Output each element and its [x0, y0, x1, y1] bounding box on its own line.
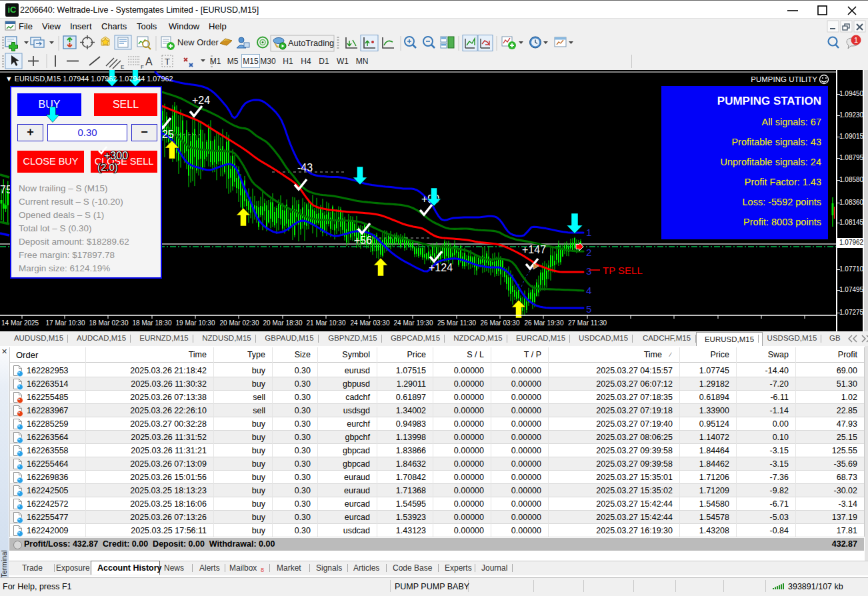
svg-text:21 Mar 10:30: 21 Mar 10:30 — [307, 319, 346, 327]
svg-text:TP SELL: TP SELL — [603, 265, 643, 276]
svg-text:20 Mar 18:30: 20 Mar 18:30 — [263, 319, 303, 327]
svg-text:2: 2 — [586, 247, 591, 258]
svg-text:1: 1 — [854, 36, 858, 44]
svg-text:18 Mar 02:30: 18 Mar 02:30 — [89, 319, 129, 327]
svg-text:5: 5 — [586, 303, 591, 315]
svg-text:19 Mar 10:30: 19 Mar 10:30 — [176, 319, 215, 327]
svg-text:-43: -43 — [297, 162, 313, 173]
svg-text:26 Mar 03:30: 26 Mar 03:30 — [481, 319, 520, 327]
svg-text:1: 1 — [586, 227, 591, 238]
svg-text:+124: +124 — [429, 262, 453, 273]
svg-text:(2.0): (2.0) — [97, 161, 118, 173]
svg-text:4: 4 — [586, 285, 591, 296]
svg-text:+147: +147 — [522, 244, 546, 255]
svg-text:+24: +24 — [192, 95, 210, 106]
svg-text:25 Mar 11:30: 25 Mar 11:30 — [437, 319, 477, 327]
svg-text:20 Mar 02:30: 20 Mar 02:30 — [220, 319, 259, 327]
svg-text:3: 3 — [586, 265, 591, 277]
svg-text:24 Mar 19:30: 24 Mar 19:30 — [394, 319, 433, 327]
svg-text:A: A — [145, 56, 153, 67]
svg-text:24 Mar 03:30: 24 Mar 03:30 — [351, 319, 390, 327]
svg-text:+56: +56 — [354, 235, 372, 246]
svg-text:F: F — [141, 64, 144, 70]
svg-text:14 Mar 2025: 14 Mar 2025 — [1, 319, 39, 327]
svg-text:27 Mar 11:30: 27 Mar 11:30 — [568, 319, 607, 327]
svg-text:26 Mar 19:30: 26 Mar 19:30 — [525, 319, 564, 327]
svg-text:18 Mar 18:30: 18 Mar 18:30 — [133, 319, 172, 327]
svg-text:New Order: New Order — [177, 37, 219, 47]
svg-text:PUMPING UTILITY: PUMPING UTILITY — [751, 75, 817, 83]
svg-text:AutoTrading: AutoTrading — [288, 38, 334, 48]
svg-text:17 Mar 10:30: 17 Mar 10:30 — [46, 319, 85, 327]
svg-text:+300: +300 — [104, 150, 128, 161]
svg-text:E: E — [121, 64, 124, 70]
svg-text:T: T — [165, 57, 170, 67]
